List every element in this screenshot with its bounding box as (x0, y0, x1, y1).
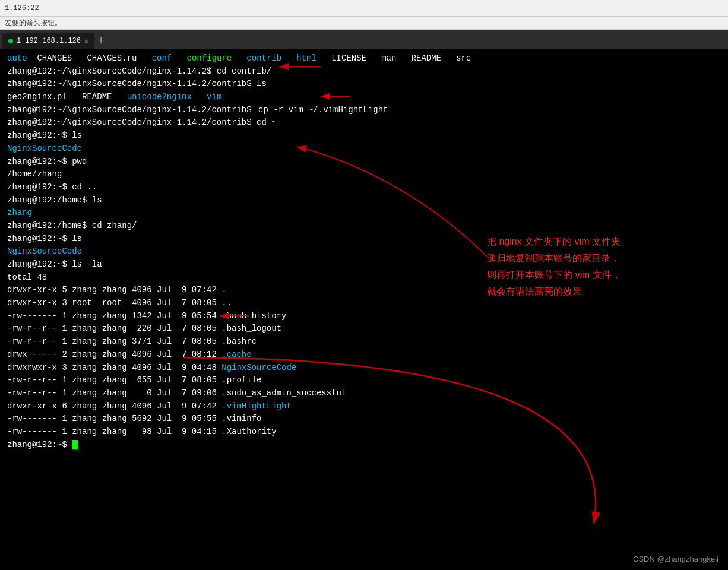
terminal-line: -rw-r--r-- 1 zhang zhang 655 Jul 7 08:05… (7, 374, 721, 387)
new-tab-button[interactable]: + (94, 33, 108, 49)
terminal-line: zhang@192:~$ (7, 439, 721, 452)
tab-label: 1 192.168.1.126 (17, 37, 81, 45)
tab-status-dot (8, 39, 13, 43)
terminal-line: -rw-r--r-- 1 zhang zhang 3771 Jul 7 08:0… (7, 335, 721, 349)
terminal-line: zhang@192:~$ ls -la (7, 258, 721, 271)
terminal-line: zhang@192:~/NginxSourceCode/nginx-1.14.2… (7, 65, 721, 78)
terminal-line: auto CHANGES CHANGES.ru conf configure c… (7, 52, 721, 65)
terminal-line: -rw------- 1 zhang zhang 98 Jul 9 04:15 … (7, 426, 721, 439)
terminal-line: zhang@192:~/NginxSourceCode/nginx-1.14.2… (7, 116, 721, 129)
titlebar: 1.126:22 (0, 0, 728, 17)
terminal-line: /home/zhang (7, 168, 721, 181)
terminal-line: drwxr-xr-x 5 zhang zhang 4096 Jul 9 07:4… (7, 284, 721, 297)
terminal-line: drwx------ 2 zhang zhang 4096 Jul 7 08:1… (7, 349, 721, 362)
terminal-line: drwxr-xr-x 3 root root 4096 Jul 7 08:05 … (7, 297, 721, 310)
terminal-line: zhang@192:~/NginxSourceCode/nginx-1.14.2… (7, 78, 721, 91)
terminal-line: -rw------- 1 zhang zhang 5692 Jul 9 05:5… (7, 413, 721, 426)
terminal-line: NginxSourceCode (7, 245, 721, 258)
watermark: CSDN @zhangzhangkeji (633, 553, 718, 565)
terminal-cursor (72, 440, 78, 449)
terminal-line: -rw-r--r-- 1 zhang zhang 0 Jul 7 09:06 .… (7, 387, 721, 400)
terminal-line: zhang@192:~$ cd .. (7, 181, 721, 194)
terminal-line: zhang (7, 207, 721, 220)
terminal-line: NginxSourceCode (7, 142, 721, 156)
terminal-line: zhang@192:~$ ls (7, 129, 721, 142)
tab-close-button[interactable]: ✕ (84, 37, 88, 45)
terminal-line: drwxrwxr-x 3 zhang zhang 4096 Jul 9 04:4… (7, 362, 721, 375)
terminal-line: zhang@192:~$ pwd (7, 156, 721, 169)
text-auto: auto (7, 53, 27, 63)
terminal-line: zhang@192:~$ ls (7, 233, 721, 246)
tooltipbar: 左侧的箭头按钮。 (0, 17, 728, 30)
terminal-line: drwxr-xr-x 6 zhang zhang 4096 Jul 9 07:4… (7, 400, 721, 413)
terminal-content: auto CHANGES CHANGES.ru conf configure c… (0, 49, 728, 570)
terminal-line: -rw------- 1 zhang zhang 1342 Jul 9 05:5… (7, 310, 721, 323)
terminal-line: zhang@192:/home$ ls (7, 194, 721, 207)
terminal-tab[interactable]: 1 192.168.1.126 ✕ (2, 33, 94, 49)
terminal-line: geo2nginx.pl README unicode2nginx vim (7, 91, 721, 104)
terminal-line: -rw-r--r-- 1 zhang zhang 220 Jul 7 08:05… (7, 322, 721, 335)
terminal-line: total 48 (7, 271, 721, 284)
terminal-line: zhang@192:~/NginxSourceCode/nginx-1.14.2… (7, 104, 721, 117)
cp-command-boxed: cp -r vim ~/.vimHightLight (257, 104, 390, 115)
terminal-line: zhang@192:/home$ cd zhang/ (7, 220, 721, 233)
tooltip-text: 左侧的箭头按钮。 (5, 18, 62, 28)
tabbar: 1 192.168.1.126 ✕ + (0, 30, 728, 49)
titlebar-title: 1.126:22 (5, 4, 39, 12)
